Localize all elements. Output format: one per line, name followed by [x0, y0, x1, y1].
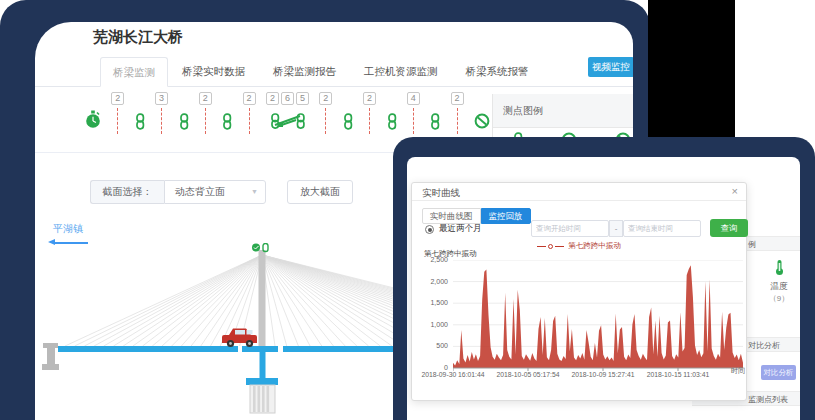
zoom-section-button[interactable]: 放大截面 — [287, 180, 353, 204]
tab-monitor-playback[interactable]: 监控回放 — [481, 208, 531, 224]
sensor-point: 2 — [319, 92, 332, 134]
y-tick-label: 500 — [436, 342, 448, 349]
screenshot-stage: 芜湖长江大桥 桥梁监测桥梁实时数据桥梁监测报告工控机资源监测桥梁系统报警 视频监… — [0, 0, 815, 420]
sensor-dash-line — [413, 108, 414, 134]
sensor-count-badge[interactable]: 2 — [243, 92, 256, 105]
realtime-curve-dialog: 实时曲线 × 实时曲线图 监控回放 最近两个月 - 查询 第七跨跨中振动 第七跨… — [411, 182, 747, 401]
link-icon[interactable] — [179, 113, 189, 130]
sensor-point: 4 — [407, 92, 420, 134]
legend-panel-header: 测点图例 — [492, 94, 633, 128]
sensor-point: 3 — [155, 92, 168, 134]
ban-icon[interactable] — [474, 113, 490, 129]
sensor-icon-item — [474, 92, 490, 129]
sensor-icon-item — [179, 92, 189, 130]
legend-panel-title: 测点图例 — [503, 104, 543, 118]
dialog-tab-bar: 实时曲线图 监控回放 — [422, 208, 531, 224]
sensor-count-badge[interactable]: 5 — [296, 92, 309, 105]
sensor-dash-line — [161, 108, 162, 134]
y-tick-label: 0 — [444, 364, 448, 371]
query-start-input[interactable] — [531, 220, 609, 237]
legend-label: 第七跨跨中振动 — [568, 241, 621, 251]
y-tick-label: 1,500 — [430, 299, 448, 306]
x-tick-label: 2018-10-05 05:17:54 — [488, 371, 568, 378]
sensor-icon-item — [135, 92, 145, 130]
tools-icon[interactable] — [270, 111, 306, 129]
temperature-label: 温度 — [757, 281, 800, 293]
sensor-dash-line — [249, 108, 250, 134]
link-icon[interactable] — [430, 113, 440, 130]
sensor-icon-item — [85, 92, 101, 129]
sensor-point: 2 — [451, 92, 464, 134]
black-background-area — [648, 0, 735, 139]
x-tick-label: 2018-10-15 11:03:41 — [638, 371, 718, 378]
sensor-point: 2 — [111, 92, 124, 134]
dialog-title-divider — [412, 200, 746, 201]
direction-label: 平湖镇 — [53, 222, 83, 236]
sensor-dash-line — [325, 108, 326, 134]
sensor-dash-line — [205, 108, 206, 134]
tab-realtime-curve[interactable]: 实时曲线图 — [422, 208, 481, 224]
temperature-count: （9） — [757, 293, 800, 304]
query-end-input[interactable] — [623, 220, 701, 237]
overlay-window-frame: 例 温度 （9） 对比分析 对比分析 监测点列表 实时曲线 × — [393, 137, 815, 420]
dialog-title: 实时曲线 — [422, 187, 460, 200]
sensor-count-badge[interactable]: 4 — [407, 92, 420, 105]
main-tab-bar: 桥梁监测桥梁实时数据桥梁监测报告工控机资源监测桥梁系统报警 — [100, 57, 543, 87]
sensor-icon-item — [343, 92, 353, 130]
main-tab-4[interactable]: 桥梁系统报警 — [452, 57, 543, 87]
recent-range-radio[interactable] — [425, 225, 434, 234]
sensor-count-badge[interactable]: 2 — [363, 92, 376, 105]
sensor-icon-item — [222, 92, 232, 130]
sensor-count-badge[interactable]: 2 — [319, 92, 332, 105]
bridge-pier — [246, 352, 278, 413]
sensor-count-badge[interactable]: 2 — [199, 92, 212, 105]
video-monitor-button[interactable]: 视频监控 — [588, 57, 633, 77]
y-tick-label: 2,000 — [430, 278, 448, 285]
bridge-tower — [259, 250, 266, 347]
thermometer-icon — [774, 259, 785, 276]
sensor-count-badge[interactable]: 6 — [281, 92, 294, 105]
sensor-point: 2 — [199, 92, 212, 134]
link-icon[interactable] — [222, 113, 232, 130]
sensor-dash-line — [117, 108, 118, 134]
main-tab-0[interactable]: 桥梁监测 — [100, 57, 168, 87]
sensor-count-badge[interactable]: 3 — [155, 92, 168, 105]
main-tab-1[interactable]: 桥梁实时数据 — [168, 57, 259, 87]
sensor-point: 2 — [363, 92, 376, 134]
sensor-dash-line — [457, 108, 458, 134]
link-icon[interactable] — [343, 113, 353, 130]
sensor-point: 2 — [243, 92, 256, 134]
section-select-dropdown[interactable]: 动态背立面 ▼ — [164, 180, 266, 204]
range-separator: - — [609, 220, 623, 237]
section-select-value: 动态背立面 — [175, 186, 225, 197]
sensor-dash-line — [369, 108, 370, 134]
sensor-count-badge[interactable]: 2 — [266, 92, 279, 105]
y-tick-label: 2,500 — [430, 256, 448, 263]
x-tick-label: 2018-09-30 16:01:44 — [413, 371, 493, 378]
legend-marker-icon — [548, 244, 553, 249]
temperature-block[interactable]: 温度 （9） — [757, 259, 800, 304]
main-tab-2[interactable]: 桥梁监测报告 — [259, 57, 350, 87]
compare-analysis-button[interactable]: 对比分析 — [761, 365, 796, 380]
panel-divider — [492, 94, 493, 138]
close-icon[interactable]: × — [732, 185, 738, 197]
main-tab-3[interactable]: 工控机资源监测 — [350, 57, 452, 87]
sensor-count-badge[interactable]: 2 — [111, 92, 124, 105]
vibration-chart — [453, 260, 743, 371]
recent-range-label: 最近两个月 — [439, 223, 482, 235]
link-icon[interactable] — [135, 113, 145, 130]
link-icon[interactable] — [387, 113, 397, 130]
overlay-window: 例 温度 （9） 对比分析 对比分析 监测点列表 实时曲线 × — [407, 157, 800, 420]
sensor-icon-item — [387, 92, 397, 130]
sensor-count-badge[interactable]: 2 — [451, 92, 464, 105]
y-axis-labels: 05001,0001,5002,0002,500 — [416, 260, 450, 368]
page-title: 芜湖长江大桥 — [93, 28, 183, 47]
query-button[interactable]: 查询 — [710, 219, 748, 237]
x-axis-name: 时间 — [731, 366, 745, 376]
x-tick-label: 2018-10-09 15:27:41 — [563, 371, 643, 378]
stopwatch-icon[interactable] — [85, 110, 101, 129]
y-tick-label: 1,000 — [430, 321, 448, 328]
sensor-icon-item — [430, 92, 440, 130]
chevron-down-icon: ▼ — [251, 181, 258, 203]
x-axis-labels: 2018-09-30 16:01:442018-10-05 05:17:5420… — [453, 371, 743, 381]
